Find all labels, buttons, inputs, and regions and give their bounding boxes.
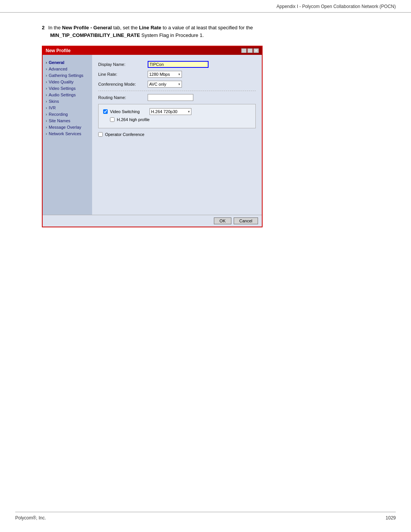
line-rate-select-wrapper: 1280 Mbps 512 Mbps 768 Mbps 1024 Mbps 20… — [148, 71, 182, 78]
step-second-bold: MIN_TIP_COMPATIBILITY_LINE_RATE — [50, 32, 140, 38]
dialog-title: New Profile — [46, 48, 70, 53]
operator-conference-checkbox[interactable] — [98, 132, 103, 137]
step-text-before: In the — [48, 25, 62, 30]
conferencing-mode-label: Conferencing Mode: — [98, 82, 148, 86]
maximize-button[interactable]: □ — [247, 48, 253, 53]
display-name-label: Display Name: — [98, 62, 148, 67]
dialog-body: General Advanced Gathering Settings Vide… — [43, 55, 262, 215]
high-profile-row: H.264 high profile — [110, 117, 251, 122]
video-switching-label: Video Switching — [110, 109, 140, 114]
sidebar-item-recording[interactable]: Recording — [45, 111, 90, 117]
page-footer: Polycom®, Inc. 1029 — [15, 512, 396, 521]
sidebar-item-ivr[interactable]: IVR — [45, 105, 90, 111]
sidebar-item-video-settings[interactable]: Video Settings — [45, 85, 90, 91]
step-instruction: 2 In the New Profile - General tab, set … — [30, 24, 381, 39]
sidebar-item-general[interactable]: General — [45, 59, 90, 66]
step-bold1: New Profile - General — [62, 25, 112, 30]
sidebar-item-site-names[interactable]: Site Names — [45, 118, 90, 124]
dialog-sidebar: General Advanced Gathering Settings Vide… — [43, 55, 92, 215]
dialog-titlebar: New Profile _ □ × — [43, 46, 262, 55]
conferencing-mode-row: Conferencing Mode: AVC only SVC only AVC… — [98, 81, 256, 88]
sidebar-item-skins[interactable]: Skins — [45, 98, 90, 104]
titlebar-buttons: _ □ × — [241, 48, 259, 53]
operator-conference-label: Operator Conference — [105, 132, 144, 137]
sidebar-item-network-services[interactable]: Network Services — [45, 131, 90, 137]
display-name-row: Display Name: — [98, 61, 256, 68]
sidebar-item-video-quality[interactable]: Video Quality — [45, 79, 90, 85]
footer-right: 1029 — [386, 515, 396, 521]
step-text-after: to a value of at least that specified fo… — [161, 25, 253, 30]
page-header: Appendix I - Polycom Open Collaboration … — [0, 0, 411, 13]
routing-name-row: Routing Name: — [98, 94, 256, 101]
sidebar-item-message-overlay[interactable]: Message Overlay — [45, 124, 90, 130]
new-profile-dialog: New Profile _ □ × General Advanced Gathe… — [42, 46, 263, 227]
operator-conference-row: Operator Conference — [98, 132, 256, 137]
sidebar-item-gathering[interactable]: Gathering Settings — [45, 72, 90, 78]
cancel-button[interactable]: Cancel — [234, 217, 258, 224]
high-profile-checkbox[interactable] — [110, 117, 115, 122]
line-rate-row: Line Rate: 1280 Mbps 512 Mbps 768 Mbps 1… — [98, 71, 256, 78]
form-divider-1 — [98, 91, 256, 91]
sidebar-item-audio-settings[interactable]: Audio Settings — [45, 92, 90, 98]
video-switching-row: Video Switching H.264 720p30 H.264 1080p… — [103, 108, 251, 115]
step-text-middle: tab, set the — [112, 25, 139, 30]
header-title: Appendix I - Polycom Open Collaboration … — [277, 4, 396, 9]
step-second-text: System Flag in Procedure 1. — [140, 32, 204, 38]
dialog-footer: OK Cancel — [43, 215, 262, 227]
routing-name-input[interactable] — [148, 94, 193, 101]
sidebar-item-advanced[interactable]: Advanced — [45, 66, 90, 72]
line-rate-label: Line Rate: — [98, 72, 148, 77]
display-name-input[interactable] — [148, 61, 209, 68]
minimize-button[interactable]: _ — [241, 48, 247, 53]
video-format-select[interactable]: H.264 720p30 H.264 1080p30 H.264 720p60 — [150, 108, 191, 115]
video-format-select-wrapper: H.264 720p30 H.264 1080p30 H.264 720p60 — [150, 108, 191, 115]
routing-name-label: Routing Name: — [98, 95, 148, 100]
close-button[interactable]: × — [253, 48, 259, 53]
page-content: 2 In the New Profile - General tab, set … — [0, 13, 411, 239]
video-switching-checkbox[interactable] — [103, 109, 108, 114]
dialog-main-form: Display Name: Line Rate: 1280 Mbps 512 M… — [92, 55, 262, 215]
step-bold2: Line Rate — [139, 25, 161, 30]
conferencing-mode-select-wrapper: AVC only SVC only AVC & SVC — [148, 81, 182, 88]
video-switching-box: Video Switching H.264 720p30 H.264 1080p… — [98, 104, 256, 128]
ok-button[interactable]: OK — [214, 217, 231, 224]
high-profile-label: H.264 high profile — [117, 117, 150, 122]
footer-left: Polycom®, Inc. — [15, 515, 46, 521]
step-number: 2 — [42, 25, 45, 30]
conferencing-mode-select[interactable]: AVC only SVC only AVC & SVC — [148, 81, 182, 88]
line-rate-select[interactable]: 1280 Mbps 512 Mbps 768 Mbps 1024 Mbps 20… — [148, 71, 182, 78]
